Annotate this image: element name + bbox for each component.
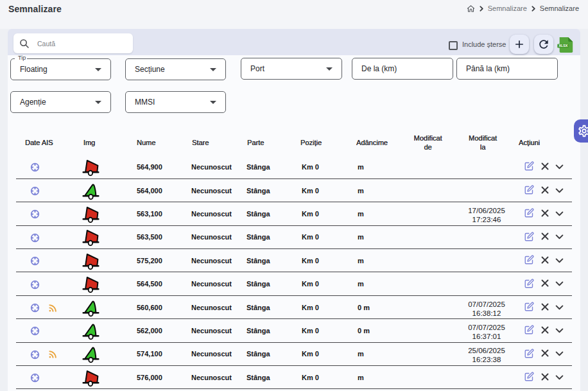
svg-text:XLSX: XLSX	[558, 44, 567, 48]
